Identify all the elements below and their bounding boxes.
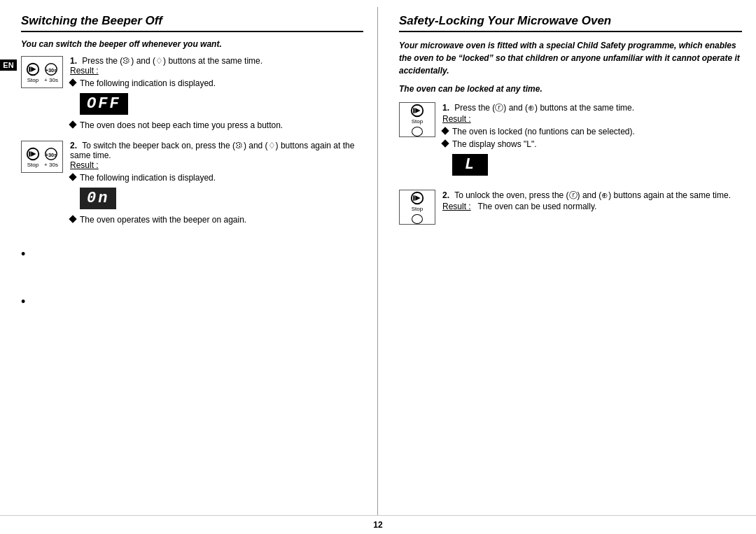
right-step-1-bullet-2: The display shows "L". bbox=[442, 139, 742, 149]
svg-marker-1 bbox=[31, 66, 36, 71]
off-display: OFF bbox=[80, 93, 128, 115]
step-number-2: 2. bbox=[70, 141, 77, 150]
en-label: EN bbox=[0, 59, 17, 71]
page: EN Switching the Beeper Off You can swit… bbox=[0, 0, 756, 534]
plus30-icon-1: +30s + 30s bbox=[43, 62, 59, 83]
right-step-2-content: 2. To unlock the oven, press the (ⓡ) and… bbox=[442, 190, 742, 211]
stop-icon-right-2: Stop bbox=[410, 190, 425, 212]
stop-label-2: Stop bbox=[27, 162, 38, 168]
plus30-label: + 30s bbox=[44, 77, 58, 83]
right-step-number-1: 1. bbox=[442, 103, 449, 113]
bullet-dot-1: • bbox=[21, 248, 363, 260]
stop-icon-1: Stop bbox=[25, 62, 41, 83]
on-display: 0n bbox=[80, 188, 116, 209]
right-step-2-text: 2. To unlock the oven, press the (ⓡ) and… bbox=[442, 190, 742, 202]
diamond-icon-3 bbox=[69, 173, 76, 181]
result-label-2: Result : bbox=[70, 160, 99, 170]
right-step-number-2: 2. bbox=[442, 190, 449, 200]
right-step-1-bullet-1: The oven is locked (no funtions can be s… bbox=[442, 127, 742, 136]
bullet-dot-2: • bbox=[21, 295, 363, 308]
right-column: Safety-Locking Your Microwave Oven Your … bbox=[378, 7, 756, 515]
right-step-2-icon: Stop bbox=[399, 190, 435, 225]
left-step-2-row: Stop +30s + 30s 2. To switch the beeper … bbox=[21, 141, 363, 227]
plus30-icon-2: +30s + 30s bbox=[43, 146, 59, 168]
right-step-1-result: Result : bbox=[442, 114, 742, 124]
right-step-1-text: 1. Press the (ⓡ) and (⊕) buttons at the … bbox=[442, 102, 742, 114]
plus30-label-2: + 30s bbox=[44, 162, 58, 168]
left-subtitle: You can switch the beeper off whenever y… bbox=[21, 39, 363, 49]
display-l: L bbox=[452, 151, 742, 178]
right-step-1-icon: Stop bbox=[399, 102, 435, 137]
diamond-icon-2 bbox=[69, 120, 76, 128]
right-result-label-2: Result : bbox=[442, 202, 471, 211]
left-step-1-bullet-2: The oven does not beep each time you pre… bbox=[70, 120, 363, 130]
left-step-2-bullet-1: The following indication is displayed. bbox=[70, 173, 363, 183]
left-step-2-content: 2. To switch the beeper back on, press t… bbox=[70, 141, 363, 227]
left-step-1-result: Result : bbox=[70, 66, 363, 76]
left-step-1-icon: Stop +30s + 30s bbox=[21, 56, 63, 88]
stop-label: Stop bbox=[27, 77, 38, 83]
display-off: OFF bbox=[80, 90, 363, 118]
stop-label-right-2: Stop bbox=[412, 206, 423, 212]
diamond-icon-r2 bbox=[441, 139, 449, 147]
left-step-2-icon: Stop +30s + 30s bbox=[21, 141, 63, 173]
left-step-2-text: 2. To switch the beeper back on, press t… bbox=[70, 141, 363, 160]
result-label-1: Result : bbox=[70, 66, 99, 76]
left-step-1-bullet-1: The following indication is displayed. bbox=[70, 78, 363, 88]
right-intro: Your microwave oven is fitted with a spe… bbox=[399, 39, 742, 77]
diamond-icon-4 bbox=[69, 215, 76, 223]
step-number-1: 1. bbox=[70, 56, 77, 66]
diamond-icon-r1 bbox=[441, 127, 449, 134]
oven-line: The oven can be locked at any time. bbox=[399, 84, 742, 94]
svg-marker-14 bbox=[415, 195, 420, 200]
right-step-2-result: Result : The oven can be used normally. bbox=[442, 202, 742, 211]
l-display: L bbox=[452, 154, 488, 176]
svg-marker-6 bbox=[31, 151, 36, 156]
left-step-1-text: 1. Press the (🕄) and (♢) buttons at the … bbox=[70, 56, 363, 66]
stop-icon-right-1: Stop bbox=[410, 103, 425, 125]
diamond-icon bbox=[69, 78, 76, 86]
stop-label-right-1: Stop bbox=[412, 118, 423, 125]
left-section-title: Switching the Beeper Off bbox=[21, 14, 363, 32]
display-on: 0n bbox=[80, 185, 363, 212]
left-step-2-bullet-2: The oven operates with the beeper on aga… bbox=[70, 215, 363, 225]
svg-text:+30s: +30s bbox=[46, 151, 57, 157]
right-step-1-content: 1. Press the (ⓡ) and (⊕) buttons at the … bbox=[442, 102, 742, 181]
right-step-2-row: Stop 2. To unlock the oven, press the (ⓡ… bbox=[399, 190, 742, 225]
circle-icon-right-1 bbox=[412, 127, 423, 136]
content-area: EN Switching the Beeper Off You can swit… bbox=[0, 0, 756, 515]
right-result-label-1: Result : bbox=[442, 114, 471, 124]
left-column: EN Switching the Beeper Off You can swit… bbox=[0, 7, 378, 515]
circle-icon-right-2 bbox=[412, 214, 423, 224]
svg-text:+30s: +30s bbox=[46, 66, 57, 73]
left-step-1-row: Stop +30s + 30s 1. Press the (🕄) and bbox=[21, 56, 363, 132]
page-number: 12 bbox=[0, 515, 756, 534]
stop-icon-2: Stop bbox=[25, 146, 41, 168]
svg-marker-11 bbox=[415, 108, 420, 113]
right-section-title: Safety-Locking Your Microwave Oven bbox=[399, 14, 742, 32]
left-step-1-content: 1. Press the (🕄) and (♢) buttons at the … bbox=[70, 56, 363, 132]
left-step-2-result: Result : bbox=[70, 160, 363, 170]
right-step-1-row: Stop 1. Press the (ⓡ) and (⊕) buttons at… bbox=[399, 102, 742, 181]
